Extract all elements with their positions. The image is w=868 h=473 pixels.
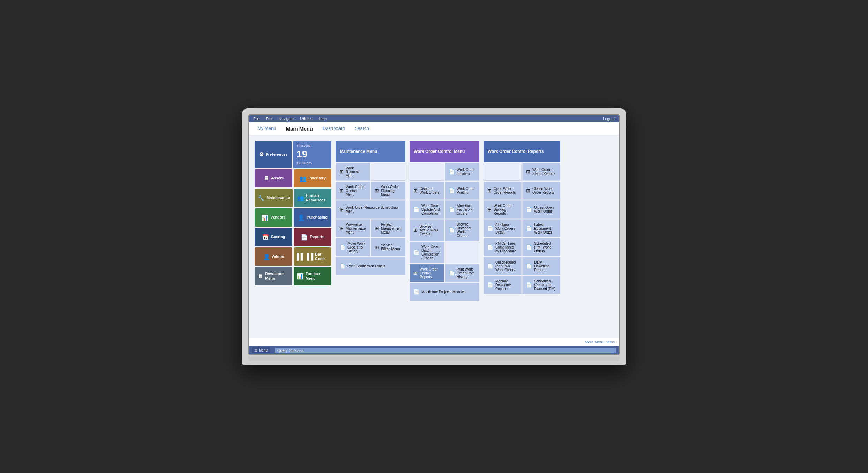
latest-equip-label: Latest Equipment Work Order [534, 223, 556, 234]
toolbox-menu-tile[interactable]: 📊 Toolbox Menu [294, 267, 331, 285]
wo-reports-header[interactable]: Work Order Control Reports [484, 141, 560, 162]
wo-update-tile[interactable]: 📄 Work Order Update And Completion [410, 200, 444, 219]
maintenance-menu-header[interactable]: Maintenance Menu [336, 141, 405, 162]
file-menu[interactable]: File [253, 117, 260, 121]
wo-planning-icon: ⊞ [375, 188, 379, 193]
project-mgmt-label: Project Management Menu [381, 223, 402, 234]
service-billing-label: Service Billing Menu [381, 243, 402, 251]
wo-batch-tile[interactable]: 📄 Work Order Batch Completion / Cancel [410, 242, 444, 263]
project-management-tile[interactable]: ⊞ Project Management Menu [371, 219, 405, 237]
wo-resource-icon: ⊞ [339, 207, 344, 212]
print-cert-labels-tile[interactable]: 📄 Print Certification Labels [336, 257, 405, 275]
tab-dashboard[interactable]: Dashboard [321, 125, 346, 132]
wo-batch-icon: 📄 [413, 250, 419, 255]
assets-tile[interactable]: 🖥 Assets [255, 169, 292, 187]
unscheduled-wo-tile[interactable]: 📄 Unscheduled (non-PM) Work Orders [484, 257, 522, 275]
work-request-menu-tile[interactable]: ⊞ Work Request Menu [336, 163, 370, 181]
wo-reports-panel: Work Order Control Reports ⊞ Work Order … [484, 141, 560, 332]
all-open-wo-tile[interactable]: 📄 All Open Work Orders Detail [484, 219, 522, 237]
after-fact-tile[interactable]: 📄 After the Fact Work Orders [445, 200, 479, 219]
time-label: 12:34 pm [297, 161, 312, 165]
wo-status-reports-tile[interactable]: ⊞ Work Order Status Reports [522, 163, 560, 181]
monthly-downtime-tile[interactable]: 📄 Monthly Downtime Report [484, 276, 522, 294]
reports-label: Reports [310, 235, 324, 239]
edit-menu[interactable]: Edit [266, 117, 272, 121]
pm-menu-tile[interactable]: ⊞ Preventive Maintenance Menu [336, 219, 370, 237]
pm-compliance-tile[interactable]: 📄 PM On-Time Compliance by Procedure [484, 238, 522, 256]
status-menu-button[interactable]: ⊞ Menu [252, 347, 270, 353]
work-request-label: Work Request Menu [346, 166, 366, 178]
empty-tile-2 [410, 163, 444, 181]
daily-downtime-tile[interactable]: 📄 Daily Downtime Report [522, 257, 560, 275]
costing-label: Costing [271, 235, 285, 239]
print-wo-history-tile[interactable]: 📄 Print Work Order From History [445, 264, 479, 282]
wo-print-label: Work Order Printing [457, 187, 476, 194]
developer-label: Developer Menu [265, 272, 290, 281]
mandatory-icon: 📄 [413, 289, 419, 295]
work-request-icon: ⊞ [339, 169, 344, 175]
closed-wo-icon: ⊞ [526, 188, 530, 193]
oldest-wo-label: Oldest Open Work Order [534, 206, 556, 213]
scheduled-repair-tile[interactable]: 📄 Scheduled (Repair) or Planned (PM) [522, 276, 560, 294]
wo-update-icon: 📄 [413, 207, 419, 212]
mandatory-projects-tile[interactable]: 📄 Mandatory Projects Modules [410, 283, 479, 301]
service-billing-icon: ⊞ [375, 244, 379, 250]
wo-resource-scheduling-tile[interactable]: ⊞ Work Order Resource Scheduling Menu [336, 200, 405, 219]
daily-downtime-icon: 📄 [526, 263, 532, 269]
scheduled-repair-label: Scheduled (Repair) or Planned (PM) [534, 279, 556, 291]
closed-wo-reports-tile[interactable]: ⊞ Closed Work Order Reports [522, 182, 560, 200]
wo-control-header[interactable]: Work Order Control Menu [410, 141, 479, 162]
all-open-wo-icon: 📄 [487, 226, 493, 231]
wo-backlog-tile[interactable]: ⊞ Work Order Backlog Reports [484, 200, 522, 219]
project-mgmt-icon: ⊞ [375, 226, 379, 231]
wo-planning-menu-tile[interactable]: ⊞ Work Order Planning Menu [371, 182, 405, 200]
wo-control-menu-tile[interactable]: ⊞ Work Order Control Menu [336, 182, 370, 200]
print-wo-hist-label: Print Work Order From History [457, 267, 476, 279]
scheduled-pm-tile[interactable]: 📄 Scheduled (PM) Work Orders [522, 238, 560, 256]
wo-reports-header-label: Work Order Control Reports [488, 149, 544, 154]
pm-icon: ⊞ [339, 226, 344, 231]
tile-row-4: 📊 Vendors 👤 Purchasing [255, 208, 331, 227]
wo-control-reports-tile[interactable]: ⊞ Work Order Control Reports [410, 264, 444, 282]
inventory-tile[interactable]: 👥 Inventory [294, 169, 331, 187]
wo-batch-label: Work Order Batch Completion / Cancel [421, 245, 440, 260]
browse-active-tile[interactable]: ⊞ Browse Active Work Orders [410, 219, 444, 241]
wo-init-label: Work Order Initiation [457, 168, 476, 176]
costing-tile[interactable]: 📅 Costing [255, 228, 292, 246]
wo-status-icon: ⊞ [526, 169, 530, 175]
admin-tile[interactable]: 👤 Admin [255, 247, 292, 266]
logout-button[interactable]: Logout [603, 117, 615, 121]
service-billing-tile[interactable]: ⊞ Service Billing Menu [371, 238, 405, 256]
tab-search[interactable]: Search [353, 125, 371, 132]
navigate-menu[interactable]: Navigate [279, 117, 294, 121]
tab-my-menu[interactable]: My Menu [256, 125, 277, 132]
main-content: ⚙ Preferences Thursday 19 12:34 pm 🖥 Ass… [249, 135, 619, 338]
help-menu[interactable]: Help [319, 117, 327, 121]
wo-initiation-tile[interactable]: 📄 Work Order Initiation [445, 163, 479, 181]
open-wo-label: Open Work Order Reports [494, 187, 518, 194]
maintenance-tile[interactable]: 🔧 Maintenance [255, 189, 293, 207]
purchasing-tile[interactable]: 👤 Purchasing [294, 208, 331, 227]
vendors-tile[interactable]: 📊 Vendors [255, 208, 292, 227]
more-menu-items[interactable]: More Menu Items [249, 338, 619, 346]
utilities-menu[interactable]: Utilities [300, 117, 312, 121]
oldest-open-wo-tile[interactable]: 📄 Oldest Open Work Order [522, 200, 560, 219]
human-resources-tile[interactable]: 👥 Human Resources [294, 189, 331, 207]
empty-tile-4 [484, 163, 522, 181]
tab-main-menu[interactable]: Main Menu [284, 125, 314, 132]
wo-printing-tile[interactable]: 📄 Work Order Printing [445, 182, 479, 200]
pm-compliance-label: PM On-Time Compliance by Procedure [495, 242, 518, 253]
preferences-tile[interactable]: ⚙ Preferences [255, 141, 292, 168]
move-wo-history-tile[interactable]: 📄 Move Work Orders To History [336, 238, 370, 256]
print-wo-hist-icon: 📄 [449, 270, 455, 276]
developer-menu-tile[interactable]: 🖥 Developer Menu [255, 267, 292, 285]
barcode-tile[interactable]: ▌▌▐▐ Bar Code [294, 247, 331, 266]
latest-equip-wo-tile[interactable]: 📄 Latest Equipment Work Order [522, 219, 560, 237]
reports-tile[interactable]: 📄 Reports [294, 228, 331, 246]
status-menu-icon: ⊞ [255, 348, 257, 352]
open-wo-reports-tile[interactable]: ⊞ Open Work Order Reports [484, 182, 522, 200]
browse-historical-tile[interactable]: 📄 Browse Historical Work Orders [445, 219, 479, 241]
date-tile[interactable]: Thursday 19 12:34 pm [293, 141, 331, 168]
query-status: Query Success [275, 348, 616, 353]
dispatch-wo-tile[interactable]: ⊞ Dispatch Work Orders [410, 182, 444, 200]
